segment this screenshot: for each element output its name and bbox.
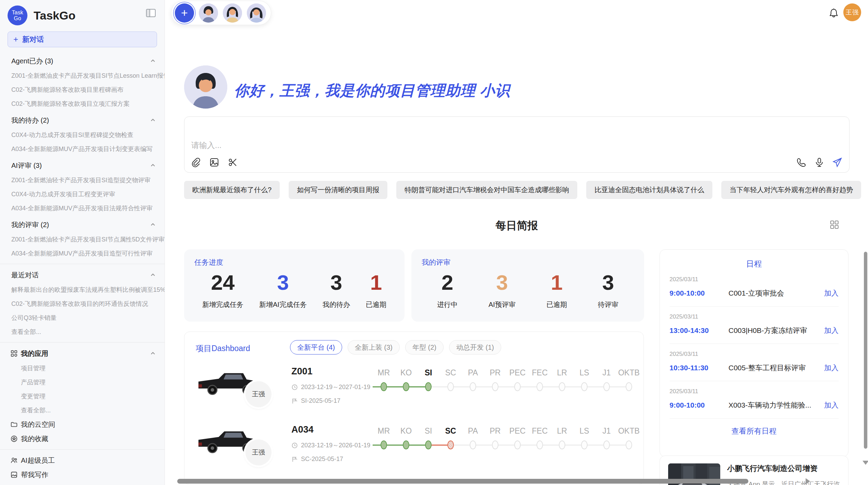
milestone-track: MRKOSISCPAPRPECFECLRLSJ1OKTB	[373, 426, 640, 450]
add-assistant-button[interactable]: +	[175, 3, 194, 23]
suggestion-chip[interactable]: 比亚迪全固态电池计划具体说了什么	[586, 181, 712, 199]
milestone-dot[interactable]	[581, 440, 588, 449]
sidebar-section-header[interactable]: AI评审 (3)	[0, 158, 165, 173]
schedule-time: 13:00-14:30	[670, 326, 728, 335]
milestone-dot[interactable]	[492, 382, 498, 391]
milestone-dot[interactable]	[559, 440, 565, 449]
milestone-dot[interactable]	[403, 440, 409, 449]
sidebar-item[interactable]: A034-全新新能源MUV产品开发项目造型可行性评审	[0, 246, 165, 260]
scroll-right-arrow-icon[interactable]	[806, 478, 810, 484]
milestone: KO	[395, 426, 417, 450]
milestone-label: PA	[462, 368, 484, 379]
milestone-dot[interactable]	[559, 382, 565, 391]
schedule-item: 2025/03/119:00-10:00C001-立项审批会加入	[670, 269, 839, 307]
suggestion-chip[interactable]: 特朗普可能对进口汽车增税会对中国车企造成哪些影响	[396, 181, 577, 199]
horizontal-scrollbar[interactable]	[177, 479, 748, 484]
milestone-dot[interactable]	[492, 440, 498, 449]
microphone-icon[interactable]	[814, 157, 824, 167]
milestone-dot[interactable]	[447, 382, 454, 391]
milestone-dot[interactable]	[470, 382, 476, 391]
sidebar-item[interactable]: Z001-全新燃油皮卡产品开发项目SI节点Lesson Learn报告	[0, 69, 165, 83]
assistant-avatar-3[interactable]	[247, 3, 266, 23]
dashboard-tab[interactable]: 动总开发 (1)	[449, 340, 501, 355]
milestone-dot[interactable]	[603, 382, 610, 391]
milestone-dot[interactable]	[514, 440, 521, 449]
sidebar-item-help-me-write[interactable]: 帮我写作	[0, 468, 165, 482]
milestone-dot[interactable]	[626, 440, 632, 449]
sidebar-item[interactable]: Z001-全新燃油轻卡产品开发项目SI造型提交物评审	[0, 173, 165, 187]
sidebar-item[interactable]: A034-全新新能源MUV产品开发项目法规符合性评审	[0, 201, 165, 215]
sidebar-app-item[interactable]: 项目管理	[0, 361, 165, 375]
stat: 3新增AI完成任务	[259, 270, 307, 309]
sidebar-item[interactable]: 公司Q3轻卡销量	[0, 311, 165, 325]
send-icon[interactable]	[832, 157, 842, 167]
stat-value: 3	[323, 270, 350, 295]
assistant-avatar-1[interactable]	[199, 3, 218, 23]
sidebar-section-header[interactable]: 最近对话	[0, 268, 165, 283]
phone-icon[interactable]	[796, 157, 807, 167]
dashboard-tab[interactable]: 全新上装 (3)	[348, 340, 400, 355]
sidebar-item[interactable]: A034-全新新能源MUV产品开发项目计划变更表编写	[0, 142, 165, 156]
sidebar-item-cloud-space[interactable]: 我的云空间	[0, 417, 165, 432]
suggestion-chip[interactable]: 如何写一份清晰的项目周报	[289, 181, 387, 199]
sidebar-item[interactable]: 解释最新出台的欧盟报废车法规再生塑料比例被调至15%...	[0, 283, 165, 297]
new-chat-button[interactable]: + 新对话	[8, 32, 157, 47]
sidebar-item[interactable]: C0X4-动力总成开发项目SI里程碑提交物检查	[0, 128, 165, 142]
sidebar-collapse-icon[interactable]	[146, 9, 156, 17]
join-meeting-link[interactable]: 加入	[824, 363, 839, 373]
milestone-dot[interactable]	[537, 440, 543, 449]
milestone-dot[interactable]	[470, 440, 476, 449]
suggestion-chip[interactable]: 当下年轻人对汽车外观有怎样的喜好趋势	[721, 181, 861, 199]
milestone-dot[interactable]	[381, 382, 387, 391]
sidebar-section-header[interactable]: 我的待办 (2)	[0, 113, 165, 128]
dashboard-tab[interactable]: 年型 (2)	[405, 340, 444, 355]
scissors-icon[interactable]	[228, 157, 238, 167]
sidebar-app-item[interactable]: 产品管理	[0, 375, 165, 389]
sidebar-item-favorites[interactable]: 我的收藏	[0, 432, 165, 446]
sidebar-app-item[interactable]: 变更管理	[0, 389, 165, 403]
join-meeting-link[interactable]: 加入	[824, 326, 839, 335]
join-meeting-link[interactable]: 加入	[824, 400, 839, 410]
stat: 1已逾期	[546, 270, 567, 309]
milestone-dot[interactable]	[447, 440, 454, 449]
assistant-avatar-2[interactable]	[223, 3, 242, 23]
sidebar-item-ai-super-staff[interactable]: AI超级员工	[0, 453, 165, 468]
vertical-scrollbar[interactable]	[864, 252, 867, 449]
sidebar-section-header[interactable]: Agent已办 (3)	[0, 53, 165, 69]
sidebar-section-title: 最近对话	[11, 271, 150, 280]
dashboard-tab[interactable]: 全新平台 (4)	[290, 340, 342, 355]
sidebar-section-header[interactable]: 我的评审 (2)	[0, 217, 165, 232]
image-icon[interactable]	[209, 157, 219, 167]
paperclip-icon[interactable]	[191, 157, 201, 167]
milestone-track: MRKOSISCPAPRPECFECLRLSJ1OKTB	[373, 368, 640, 391]
milestone-dot[interactable]	[514, 382, 521, 391]
sidebar-item[interactable]: C0X4-动力总成开发项目工程变更评审	[0, 187, 165, 201]
milestone-dot[interactable]	[425, 440, 432, 449]
milestone-dot[interactable]	[603, 440, 610, 449]
scroll-down-arrow-icon[interactable]	[863, 461, 868, 465]
project-owner-badge: 王强	[245, 381, 272, 407]
milestone: SC	[439, 426, 462, 450]
view-all-schedule-link[interactable]: 查看所有日程	[670, 426, 839, 436]
milestone-dot[interactable]	[403, 382, 409, 391]
chevron-up-icon	[150, 163, 156, 168]
briefing-layout-icon[interactable]	[830, 220, 839, 229]
milestone-dot[interactable]	[581, 382, 588, 391]
view-all-link[interactable]: 查看全部...	[0, 325, 165, 339]
user-avatar[interactable]: 王强	[843, 3, 861, 21]
milestone-dot[interactable]	[425, 382, 432, 391]
join-meeting-link[interactable]: 加入	[824, 288, 839, 298]
sidebar-item[interactable]: Z001-全新燃油轻卡产品开发项目SI节点属性5D文件评审	[0, 232, 165, 246]
notifications-bell-icon[interactable]	[828, 8, 839, 18]
suggestion-chip[interactable]: 欧洲新规最近颁布了什么?	[184, 181, 280, 199]
sidebar-item-creative-drawing[interactable]: 创意制图	[0, 482, 165, 485]
sidebar-item[interactable]: C02-飞腾新能源轻客改款项目的闭环通告反馈情况	[0, 297, 165, 311]
sidebar-item[interactable]: C02-飞腾新能源轻客改款项目立项汇报方案	[0, 97, 165, 111]
sidebar-item-my-apps[interactable]: 我的应用	[0, 346, 165, 361]
milestone-dot[interactable]	[626, 382, 632, 391]
view-all-link[interactable]: 查看全部...	[0, 403, 165, 417]
sidebar-item[interactable]: C02-飞腾新能源轻客改款项目里程碑画布	[0, 83, 165, 97]
milestone-dot[interactable]	[537, 382, 543, 391]
chat-input-box[interactable]: 请输入...	[184, 116, 849, 173]
milestone-dot[interactable]	[381, 440, 387, 449]
